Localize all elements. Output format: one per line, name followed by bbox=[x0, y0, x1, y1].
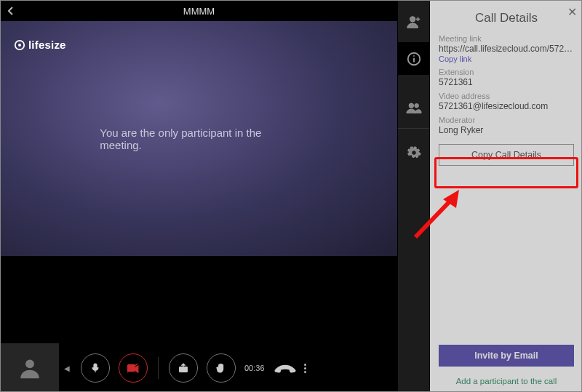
video-address-label: Video address bbox=[439, 92, 574, 100]
mute-mic-button[interactable] bbox=[81, 353, 110, 383]
svg-point-12 bbox=[414, 103, 418, 108]
add-participant-icon[interactable] bbox=[397, 5, 430, 38]
svg-point-1 bbox=[18, 44, 21, 47]
expand-self-view[interactable]: ◀ bbox=[62, 364, 72, 372]
raise-hand-button[interactable] bbox=[207, 353, 236, 383]
moderator-label: Moderator bbox=[439, 116, 574, 124]
copy-call-details-button[interactable]: Copy Call Details bbox=[439, 144, 574, 166]
settings-icon[interactable] bbox=[397, 136, 430, 169]
bottom-bar: ◀ 00:36 bbox=[1, 343, 397, 392]
side-strip bbox=[397, 1, 430, 392]
invite-by-email-button[interactable]: Invite by Email bbox=[439, 345, 574, 367]
meeting-link-label: Meeting link bbox=[439, 34, 574, 43]
call-details-panel: ✕ Call Details Meeting link https://call… bbox=[430, 1, 582, 392]
svg-point-11 bbox=[409, 103, 413, 108]
side-divider bbox=[398, 128, 429, 129]
svg-point-2 bbox=[25, 359, 34, 368]
separator bbox=[158, 357, 159, 379]
main-area: MMMM lifesize You are the only participa… bbox=[1, 1, 397, 392]
participant-message: You are the only participant in the meet… bbox=[100, 127, 298, 151]
svg-point-7 bbox=[410, 16, 415, 21]
camera-off-button[interactable] bbox=[119, 353, 148, 383]
self-view-thumb[interactable] bbox=[1, 343, 59, 392]
share-button[interactable] bbox=[169, 353, 198, 383]
call-duration: 00:36 bbox=[244, 364, 265, 372]
below-video-filler bbox=[1, 256, 397, 343]
extension-value: 5721361 bbox=[439, 77, 574, 87]
info-icon[interactable] bbox=[397, 42, 430, 75]
meeting-link-value: https://call.lifesizecloud.com/57213... bbox=[439, 44, 574, 54]
logo-text: lifesize bbox=[28, 39, 66, 51]
add-participant-link[interactable]: Add a participant to the call bbox=[430, 377, 582, 385]
close-panel-button[interactable]: ✕ bbox=[567, 5, 577, 19]
hang-up-button[interactable] bbox=[271, 353, 300, 383]
copy-link[interactable]: Copy link bbox=[439, 55, 574, 63]
moderator-value: Long Ryker bbox=[439, 125, 574, 135]
topbar: MMMM bbox=[1, 1, 397, 21]
more-options-button[interactable] bbox=[304, 364, 306, 373]
extension-label: Extension bbox=[439, 68, 574, 76]
participants-icon[interactable] bbox=[397, 91, 430, 124]
svg-rect-4 bbox=[128, 365, 135, 372]
video-area: lifesize You are the only participant in… bbox=[1, 21, 397, 256]
video-address-value: 5721361@lifesizecloud.com bbox=[439, 101, 574, 111]
lifesize-logo: lifesize bbox=[14, 39, 66, 51]
panel-title: Call Details bbox=[439, 11, 574, 25]
room-title: MMMM bbox=[1, 6, 397, 17]
svg-point-10 bbox=[413, 55, 415, 56]
